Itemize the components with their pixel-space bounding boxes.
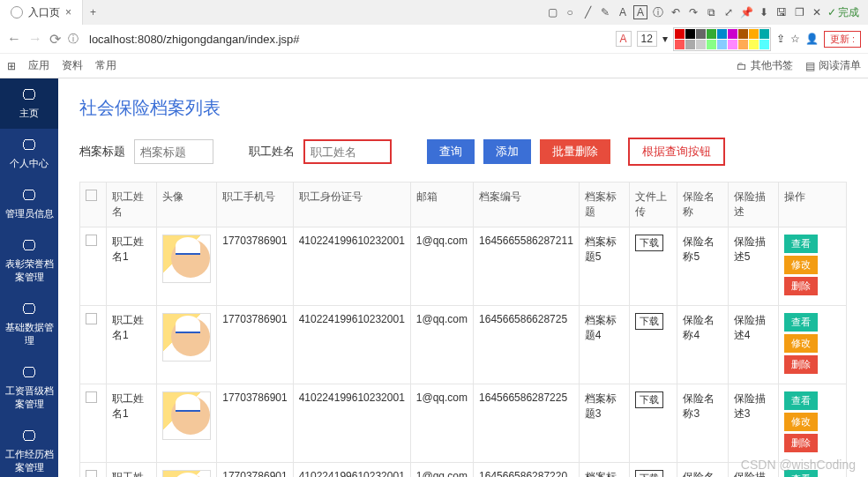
back-button[interactable]: ← — [7, 31, 21, 47]
view-button[interactable]: 查看 — [784, 470, 818, 477]
font-label[interactable]: A — [616, 31, 632, 47]
row-checkbox[interactable] — [86, 470, 97, 477]
download-button[interactable]: 下载 — [635, 313, 663, 330]
row-checkbox[interactable] — [86, 391, 97, 403]
color-swatch[interactable] — [675, 29, 685, 39]
square-icon[interactable]: ▢ — [545, 5, 559, 19]
color-swatch[interactable] — [717, 40, 727, 49]
row-checkbox[interactable] — [86, 235, 97, 246]
line-icon[interactable]: ╱ — [580, 5, 595, 19]
color-swatch[interactable] — [707, 29, 716, 39]
close-icon[interactable]: × — [65, 6, 71, 19]
color-swatch[interactable] — [728, 40, 737, 49]
filter-name-input[interactable] — [303, 139, 392, 164]
other-bookmarks[interactable]: 🗀 其他书签 — [737, 58, 793, 73]
browser-tab[interactable]: 入口页 × — [0, 0, 83, 25]
edit-button[interactable]: 修改 — [784, 413, 818, 431]
crop-icon[interactable]: ⧉ — [704, 5, 718, 19]
done-button[interactable]: ✓ 完成 — [827, 5, 859, 20]
apps-icon[interactable]: ⊞ — [7, 60, 16, 72]
color-swatch[interactable] — [749, 29, 759, 39]
view-button[interactable]: 查看 — [784, 391, 818, 410]
cell-file: 下载 — [630, 463, 677, 478]
color-swatch[interactable] — [675, 40, 685, 49]
bookmark-item[interactable]: 应用 — [28, 58, 49, 73]
color-swatch[interactable] — [717, 29, 727, 39]
color-swatch[interactable] — [760, 40, 769, 49]
add-button[interactable]: 添加 — [483, 139, 531, 164]
color-swatch[interactable] — [760, 29, 769, 39]
font-size[interactable]: 12 — [637, 31, 657, 47]
cell-email: 1@qq.com — [410, 306, 473, 384]
cell-name: 职工姓名1 — [107, 227, 157, 306]
batch-delete-button[interactable]: 批量删除 — [540, 139, 610, 164]
sidebar-item[interactable]: 🖵表彰荣誉档案管理 — [0, 229, 58, 293]
color-palette[interactable] — [673, 27, 771, 51]
sidebar-item[interactable]: 🖵个人中心 — [0, 129, 58, 179]
sidebar-item[interactable]: 🖵工作经历档案管理 — [0, 420, 58, 477]
cell-avatar — [157, 463, 217, 478]
delete-button[interactable]: 删除 — [784, 434, 818, 452]
sidebar-item[interactable]: 🖵工资晋级档案管理 — [0, 356, 58, 420]
download-button[interactable]: 下载 — [635, 391, 663, 408]
color-swatch[interactable] — [728, 29, 737, 39]
save-icon[interactable]: 🖫 — [774, 5, 789, 19]
query-button[interactable]: 查询 — [427, 139, 475, 164]
color-swatch[interactable] — [685, 40, 695, 49]
copy-icon[interactable]: ❐ — [792, 5, 806, 19]
color-swatch[interactable] — [696, 29, 706, 39]
delete-button[interactable]: 删除 — [784, 355, 818, 374]
reading-list[interactable]: ▤ 阅读清单 — [805, 58, 861, 73]
profile-icon[interactable]: 👤 — [805, 33, 819, 45]
pencil-icon[interactable]: ✎ — [598, 5, 612, 19]
sidebar-item[interactable]: 🖵基础数据管理 — [0, 293, 58, 356]
delete-button[interactable]: 删除 — [784, 277, 818, 295]
redo-icon[interactable]: ↷ — [686, 5, 700, 19]
reload-button[interactable]: ⟳ — [49, 31, 61, 48]
url-text[interactable]: localhost:8080/zhigongdangan/index.jsp# — [89, 33, 609, 46]
view-button[interactable]: 查看 — [784, 313, 818, 332]
color-swatch[interactable] — [685, 29, 695, 39]
row-checkbox[interactable] — [86, 313, 97, 324]
font-dropdown-icon[interactable]: ▾ — [662, 33, 668, 45]
color-swatch[interactable] — [749, 40, 759, 49]
update-button[interactable]: 更新 : — [824, 31, 861, 48]
star-icon[interactable]: ☆ — [790, 33, 800, 45]
filter-title-input[interactable] — [134, 139, 213, 164]
color-swatch[interactable] — [738, 40, 748, 49]
share-icon[interactable]: ⇪ — [776, 33, 785, 45]
bookmark-item[interactable]: 常用 — [95, 58, 116, 73]
download-button[interactable]: 下载 — [635, 235, 663, 251]
cell-file: 下载 — [630, 384, 677, 463]
query-by-button[interactable]: 根据查询按钮 — [628, 138, 725, 166]
color-swatch[interactable] — [707, 40, 716, 49]
column-header: 职工手机号 — [217, 183, 293, 227]
text-icon[interactable]: A — [616, 5, 630, 19]
bookmark-item[interactable]: 资料 — [62, 58, 83, 73]
view-button[interactable]: 查看 — [784, 235, 818, 253]
new-tab-button[interactable]: + — [83, 6, 103, 19]
forward-button[interactable]: → — [28, 31, 42, 47]
download-button[interactable]: 下载 — [635, 470, 663, 477]
sidebar-item[interactable]: 🖵管理员信息 — [0, 179, 58, 229]
textbox-icon[interactable]: A — [633, 5, 647, 19]
cell-idcard: 410224199610232001 — [293, 463, 410, 478]
close-toolbar-icon[interactable]: ✕ — [810, 5, 824, 19]
edit-button[interactable]: 修改 — [784, 256, 818, 274]
circle-icon[interactable]: ○ — [563, 5, 577, 19]
color-swatch[interactable] — [696, 40, 706, 49]
expand-icon[interactable]: ⤢ — [722, 5, 736, 19]
undo-icon[interactable]: ↶ — [669, 5, 683, 19]
site-info-icon[interactable]: ⓘ — [68, 32, 79, 47]
cell-phone: 17703786901 — [217, 384, 293, 463]
sidebar-item[interactable]: 🖵主页 — [0, 78, 58, 129]
info-icon[interactable]: ⓘ — [651, 5, 665, 19]
select-all-checkbox[interactable] — [86, 190, 97, 201]
cell-phone: 17703786901 — [217, 463, 293, 478]
color-swatch[interactable] — [738, 29, 748, 39]
edit-button[interactable]: 修改 — [784, 334, 818, 353]
download-icon[interactable]: ⬇ — [757, 5, 771, 19]
cell-phone: 17703786901 — [217, 306, 293, 384]
pin-icon[interactable]: 📌 — [739, 5, 753, 19]
cell-title: 档案标题5 — [579, 227, 629, 306]
